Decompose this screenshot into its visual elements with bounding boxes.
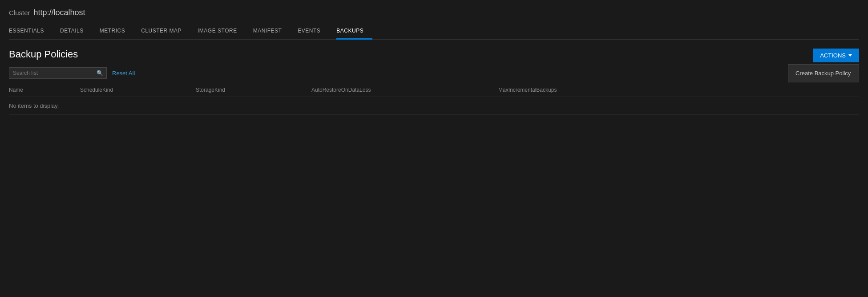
filter-row: 🔍 Reset All: [9, 67, 859, 79]
actions-button[interactable]: ACTIONS: [813, 49, 859, 62]
tab-events[interactable]: EVENTS: [298, 24, 329, 40]
header: Cluster http://localhost ESSENTIALS DETA…: [0, 0, 868, 40]
tab-manifest[interactable]: MANIFEST: [253, 24, 291, 40]
table-body: No items to display.: [9, 97, 859, 115]
reset-all-link[interactable]: Reset All: [112, 70, 135, 77]
col-max-incremental: MaxIncrementalBackups: [498, 84, 859, 97]
tab-metrics[interactable]: METRICS: [100, 24, 134, 40]
actions-button-label: ACTIONS: [820, 52, 846, 59]
search-input[interactable]: [9, 67, 107, 79]
cluster-url: http://localhost: [34, 8, 85, 17]
col-schedule-kind: ScheduleKind: [80, 84, 196, 97]
actions-area: ACTIONS Create Backup Policy: [788, 49, 859, 82]
page-title: Backup Policies: [9, 49, 859, 60]
tab-backups[interactable]: BACKUPS: [336, 24, 372, 40]
tab-details[interactable]: DETAILS: [60, 24, 93, 40]
table-header: Name ScheduleKind StorageKind AutoRestor…: [9, 84, 859, 97]
empty-row: No items to display.: [9, 97, 859, 115]
backup-policies-table: Name ScheduleKind StorageKind AutoRestor…: [9, 84, 859, 115]
cluster-title: Cluster http://localhost: [9, 8, 859, 17]
tab-essentials[interactable]: ESSENTIALS: [9, 24, 53, 40]
chevron-down-icon: [848, 54, 852, 57]
tab-cluster-map[interactable]: CLUSTER MAP: [141, 24, 190, 40]
search-container: 🔍: [9, 67, 107, 79]
col-auto-restore: AutoRestoreOnDataLoss: [311, 84, 498, 97]
actions-dropdown-menu: Create Backup Policy: [788, 64, 859, 82]
empty-message: No items to display.: [9, 97, 80, 115]
col-name: Name: [9, 84, 80, 97]
create-backup-policy-item[interactable]: Create Backup Policy: [788, 66, 859, 80]
main-content: ACTIONS Create Backup Policy Backup Poli…: [0, 40, 868, 124]
nav-tabs: ESSENTIALS DETAILS METRICS CLUSTER MAP I…: [9, 24, 859, 40]
cluster-label: Cluster: [9, 9, 30, 16]
tab-image-store[interactable]: IMAGE STORE: [198, 24, 246, 40]
col-storage-kind: StorageKind: [196, 84, 311, 97]
